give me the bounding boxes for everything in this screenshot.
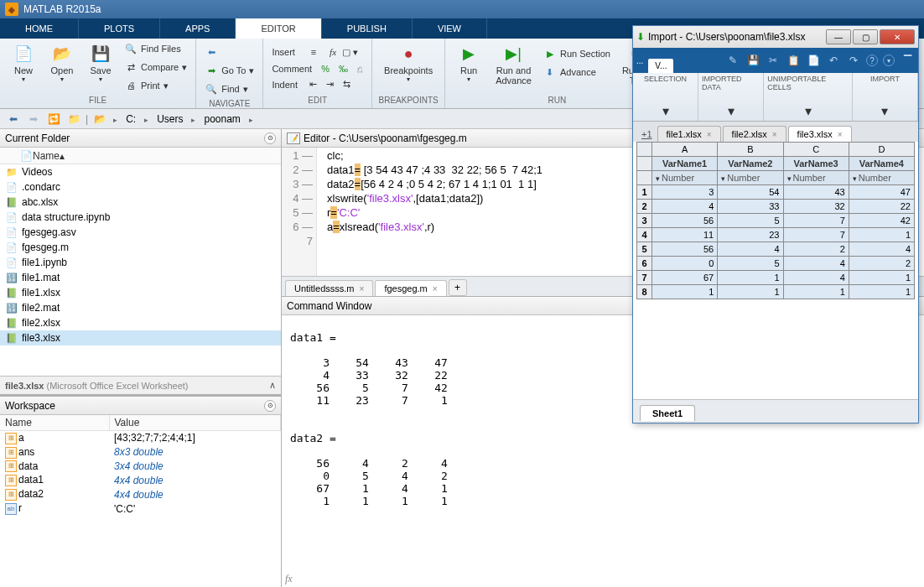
file-item[interactable]: 📄.condarc — [0, 179, 281, 195]
file-icon: 📄 — [5, 181, 18, 193]
ribbon-tab-view[interactable]: VIEW — [413, 18, 487, 39]
back-button[interactable]: ⬅ — [5, 111, 22, 127]
qa-cut-icon[interactable]: ✂ — [766, 53, 781, 68]
workspace-row[interactable]: ⊞data24x4 double — [0, 487, 281, 501]
title-bar: ◆ MATLAB R2015a — [0, 0, 924, 18]
qa-paste-icon[interactable]: 📄 — [806, 53, 821, 68]
file-list-header[interactable]: 📄 Name ▴ — [0, 148, 281, 164]
open-folder-icon: 📂 — [50, 44, 74, 64]
sheet-tab[interactable]: Sheet1 — [640, 405, 695, 421]
workspace-row[interactable]: abr'C:C' — [0, 501, 281, 516]
file-item[interactable]: 📗file1.xlsx — [0, 285, 281, 300]
file-detail-bar: file3.xlsx (Microsoft Office Excel Works… — [0, 376, 281, 394]
path-part-1[interactable]: poonam — [200, 113, 243, 125]
new-tab-button[interactable]: + — [449, 279, 467, 296]
new-button[interactable]: 📄New▾ — [5, 40, 42, 94]
maximize-button[interactable]: ▢ — [853, 29, 878, 44]
import-data-grid[interactable]: ABCDVarName1VarName2VarName3VarName4Numb… — [633, 142, 918, 399]
save-button[interactable]: 💾Save▾ — [82, 40, 119, 94]
editor-tab[interactable]: fgesgeg.m × — [375, 280, 446, 296]
close-file-tab-icon[interactable]: × — [707, 130, 712, 139]
file-item[interactable]: 🔢file2.mat — [0, 300, 281, 315]
qa-help-icon[interactable]: ? — [866, 55, 878, 66]
import-plus-tab[interactable]: +1 — [636, 127, 657, 142]
workspace-actions-icon[interactable]: ⊙ — [264, 400, 276, 412]
close-file-tab-icon[interactable]: × — [772, 130, 777, 139]
indent-left-icon: ⇤ — [309, 79, 317, 90]
comment-button[interactable]: Comment % ‰ ⎌ — [268, 62, 366, 75]
qa-undo-icon[interactable]: ↶ — [826, 53, 841, 68]
compare-button[interactable]: ⇄Compare ▾ — [121, 59, 190, 75]
run-button[interactable]: ▶Run▾ — [450, 40, 487, 89]
nav-back-button[interactable]: ⬅ — [201, 44, 257, 60]
qa-dropdown-icon[interactable]: ▾ — [883, 55, 895, 66]
ribbon-tab-editor[interactable]: EDITOR — [236, 18, 321, 39]
file-icon: 📄 — [5, 257, 18, 268]
qa-new-icon[interactable]: ✎ — [725, 53, 740, 68]
ribbon-prev-icon[interactable]: ... — [636, 56, 643, 65]
workspace-row[interactable]: ⊞ans8x3 double — [0, 445, 281, 460]
breakpoints-button[interactable]: ●Breakpoints▾ — [377, 40, 439, 86]
section-dropdown-icon[interactable]: ▾ — [881, 103, 888, 119]
workspace-row[interactable]: ⊞a[43;32;7;7;2;4;4;1] — [0, 431, 281, 445]
xls-icon: 📗 — [5, 332, 18, 344]
ribbon-tab-plots[interactable]: PLOTS — [79, 18, 160, 39]
path-part-0[interactable]: Users — [153, 113, 186, 125]
close-button[interactable]: ✕ — [880, 29, 915, 44]
file-item[interactable]: 📄file1.ipynb — [0, 255, 281, 270]
section-dropdown-icon[interactable]: ▾ — [662, 103, 669, 119]
ribbon-tab-home[interactable]: HOME — [0, 18, 79, 39]
file-item[interactable]: 📄fgesgeg.asv — [0, 225, 281, 240]
close-tab-icon[interactable]: × — [360, 284, 365, 294]
open-button[interactable]: 📂Open▾ — [44, 40, 80, 94]
ribbon-tab-publish[interactable]: PUBLISH — [322, 18, 413, 39]
forward-button[interactable]: ➡ — [25, 111, 42, 127]
print-button[interactable]: 🖨Print ▾ — [121, 77, 190, 94]
import-file-tab[interactable]: file2.xlsx × — [723, 126, 786, 142]
browse-button[interactable]: 📁 — [65, 111, 82, 127]
up-folder-button[interactable]: 🔁 — [45, 111, 62, 127]
find-button[interactable]: 🔍Find ▾ — [201, 81, 257, 97]
run-section-button[interactable]: ▶Run Section — [540, 45, 614, 62]
import-ribbon: ... V... ✎ 💾 ✂ 📋 📄 ↶ ↷ ? ▾ ▔ — [633, 48, 918, 73]
file-item[interactable]: 📗file2.xlsx — [0, 315, 281, 330]
file-item[interactable]: 📄data structure.ipynb — [0, 210, 281, 225]
editor-tab[interactable]: Untitledssss.m × — [285, 280, 373, 296]
indent-button[interactable]: Indent ⇤ ⇥ ⇆ — [268, 77, 366, 91]
file-item[interactable]: 📗abc.xlsx — [0, 195, 281, 210]
folder-icon[interactable]: 📂 — [91, 111, 108, 127]
close-tab-icon[interactable]: × — [433, 284, 438, 294]
section-dropdown-icon[interactable]: ▾ — [728, 103, 735, 119]
import-file-tab[interactable]: file1.xlsx × — [657, 126, 721, 142]
import-ribbon-tab[interactable]: V... — [648, 59, 673, 73]
run-advance-button[interactable]: ▶|Run and Advance — [489, 40, 538, 89]
insert-button[interactable]: Insert ≡ fx ▢ ▾ — [268, 44, 366, 60]
goto-button[interactable]: ➡Go To ▾ — [201, 62, 257, 79]
file-item[interactable]: 🔢file1.mat — [0, 270, 281, 285]
close-file-tab-icon[interactable]: × — [838, 130, 843, 139]
workspace-row[interactable]: ⊞data3x4 double — [0, 460, 281, 474]
minimize-button[interactable]: — — [826, 29, 851, 44]
qa-save-icon[interactable]: 💾 — [745, 53, 760, 68]
detail-expand-icon[interactable]: ∧ — [269, 380, 276, 391]
file-item[interactable]: 📄fgesgeg.m — [0, 240, 281, 255]
qa-minimize-ribbon-icon[interactable]: ▔ — [900, 53, 915, 68]
qa-redo-icon[interactable]: ↷ — [846, 53, 861, 68]
import-file-tabs: +1 file1.xlsx ×file2.xlsx ×file3.xlsx × — [633, 122, 918, 142]
file-item[interactable]: 📁Videos — [0, 164, 281, 179]
panel-actions-icon[interactable]: ⊙ — [264, 132, 276, 144]
qa-copy-icon[interactable]: 📋 — [786, 53, 801, 68]
ribbon-tab-apps[interactable]: APPS — [160, 18, 236, 39]
fx-prompt-icon[interactable]: fx — [285, 573, 293, 585]
indent-auto-icon: ⇆ — [343, 79, 350, 90]
file-item[interactable]: 📗file3.xlsx — [0, 330, 281, 345]
import-title-bar[interactable]: ⬇ Import - C:\Users\poonam\file3.xlsx — … — [633, 26, 918, 48]
advance-button[interactable]: ⬇Advance — [540, 64, 614, 81]
xls-icon: 📗 — [5, 196, 18, 208]
import-file-tab[interactable]: file3.xlsx × — [788, 126, 852, 142]
section-dropdown-icon[interactable]: ▾ — [805, 103, 812, 119]
play-icon: ▶ — [457, 44, 480, 64]
find-files-button[interactable]: 🔍Find Files — [121, 40, 190, 57]
path-drive[interactable]: C: — [122, 113, 139, 125]
workspace-row[interactable]: ⊞data14x4 double — [0, 473, 281, 487]
